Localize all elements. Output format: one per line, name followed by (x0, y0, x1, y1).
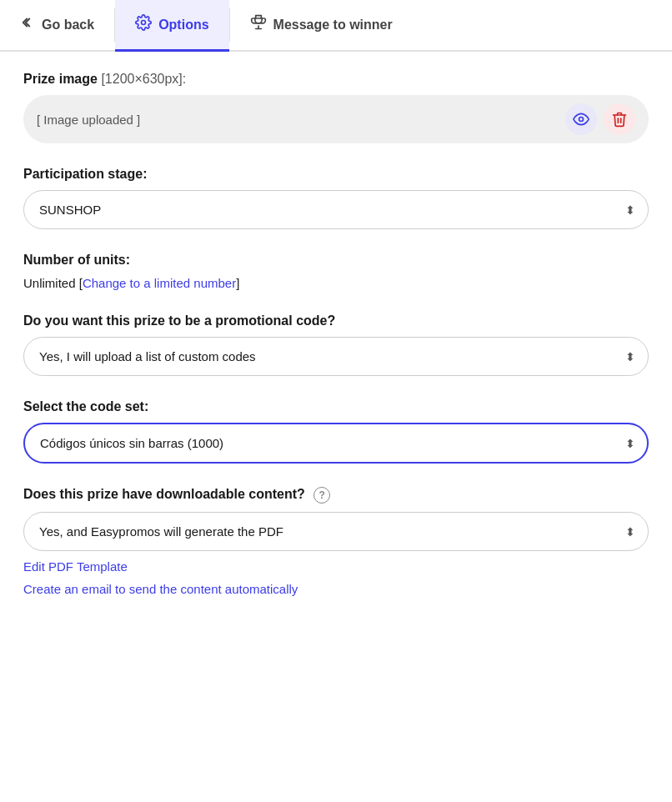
options-label: Options (158, 18, 208, 33)
top-nav: Go back Options Message to winner (0, 0, 672, 52)
downloadable-content-select[interactable]: Yes, and Easypromos will generate the PD… (23, 512, 649, 551)
nav-message-to-winner[interactable]: Message to winner (230, 0, 413, 52)
image-upload-field: [ Image uploaded ] (23, 95, 649, 143)
prize-image-section: Prize image [1200×630px]: [ Image upload… (23, 72, 649, 143)
downloadable-content-section: Does this prize have downloadable conten… (23, 487, 649, 596)
promotional-code-section: Do you want this prize to be a promotion… (23, 313, 649, 376)
message-to-winner-label: Message to winner (273, 18, 393, 33)
units-text: Unlimited [Change to a limited number] (23, 276, 649, 290)
trophy-icon (250, 14, 267, 35)
participation-stage-section: Participation stage: SUNSHOP (23, 167, 649, 229)
nav-options[interactable]: Options (115, 0, 228, 52)
number-of-units-section: Number of units: Unlimited [Change to a … (23, 253, 649, 290)
gear-icon (135, 14, 152, 35)
code-set-wrapper: Códigos únicos sin barras (1000) (23, 423, 649, 464)
downloadable-content-label: Does this prize have downloadable conten… (23, 487, 649, 504)
edit-pdf-template-link[interactable]: Edit PDF Template (23, 559, 649, 574)
change-to-limited-link[interactable]: Change to a limited number (83, 276, 236, 290)
chevron-left-icon (20, 15, 35, 34)
code-set-section: Select the code set: Códigos únicos sin … (23, 399, 649, 464)
code-set-select[interactable]: Códigos únicos sin barras (1000) (23, 423, 649, 464)
participation-stage-wrapper: SUNSHOP (23, 190, 649, 229)
number-of-units-label: Number of units: (23, 253, 649, 268)
participation-stage-label: Participation stage: (23, 167, 649, 182)
prize-image-dimensions: [1200×630px]: (101, 72, 186, 86)
unlimited-text: Unlimited (23, 276, 76, 290)
prize-image-label: Prize image [1200×630px]: (23, 72, 649, 87)
svg-point-0 (142, 21, 146, 25)
promotional-code-label: Do you want this prize to be a promotion… (23, 313, 649, 328)
help-icon[interactable]: ? (313, 487, 330, 504)
nav-go-back[interactable]: Go back (0, 0, 114, 52)
svg-point-1 (579, 118, 584, 122)
promotional-code-wrapper: Yes, I will upload a list of custom code… (23, 337, 649, 376)
go-back-label: Go back (42, 18, 94, 33)
downloadable-content-wrapper: Yes, and Easypromos will generate the PD… (23, 512, 649, 551)
code-set-label: Select the code set: (23, 399, 649, 414)
promotional-code-select[interactable]: Yes, I will upload a list of custom code… (23, 337, 649, 376)
image-uploaded-text: [ Image uploaded ] (37, 113, 559, 127)
main-content: Prize image [1200×630px]: [ Image upload… (0, 52, 672, 639)
view-image-button[interactable] (565, 103, 597, 135)
participation-stage-select[interactable]: SUNSHOP (23, 190, 649, 229)
create-email-link[interactable]: Create an email to send the content auto… (23, 582, 649, 596)
delete-image-button[interactable] (604, 103, 635, 135)
